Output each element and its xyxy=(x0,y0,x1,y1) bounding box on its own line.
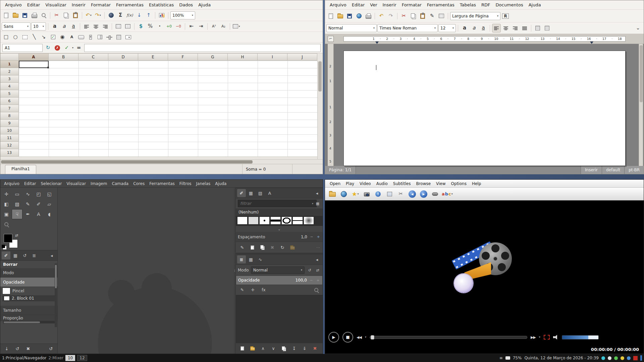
undo-history-tab[interactable]: ↺ xyxy=(20,251,29,259)
smplayer-menu-play[interactable]: Play xyxy=(343,181,357,187)
insert-spinbutton-button[interactable] xyxy=(96,33,104,42)
save-tool-preset-button[interactable]: ↓ xyxy=(3,345,10,353)
formula-input[interactable] xyxy=(84,44,321,52)
horizontal-scrollbar[interactable] xyxy=(0,159,323,164)
undo-dropdown-icon[interactable]: ▾ xyxy=(90,14,92,17)
delete-brush-button[interactable]: ✖ xyxy=(269,244,276,251)
horizontal-ruler[interactable]: 1 · 2 · 3 · 4 · 5 · 6 · 7 · 8 · 9 · 10 ·… xyxy=(343,36,626,42)
subtitles-button[interactable]: abc▾ xyxy=(442,189,453,199)
edit-brush-button[interactable]: ✎ xyxy=(238,244,246,251)
rewind-dropdown-icon[interactable]: ▾ xyxy=(365,336,366,339)
merge-down-button[interactable]: ⇓ xyxy=(301,345,308,352)
document-page[interactable] xyxy=(343,51,626,166)
brush-item[interactable] xyxy=(281,217,292,225)
gimp-menu-filtros[interactable]: Filtros xyxy=(177,181,194,187)
autosum-button[interactable]: Σ xyxy=(116,11,125,20)
zoom-select[interactable]: Largura de Página▾ xyxy=(450,12,500,20)
merge-cells-button[interactable] xyxy=(114,22,123,31)
cells-grid[interactable] xyxy=(19,61,317,157)
draw-rectangle-button[interactable]: □ xyxy=(2,33,10,42)
zoom-tool-button[interactable] xyxy=(1,219,12,229)
brush-item[interactable] xyxy=(248,217,259,225)
next-track-button[interactable]: ▶ xyxy=(419,189,428,199)
bold-button[interactable]: a xyxy=(460,24,469,33)
gradient-tool-button[interactable]: ▧ xyxy=(12,199,22,209)
channels-tab[interactable]: ▦ xyxy=(247,255,255,263)
gnumeric-menu-inserir[interactable]: Inserir xyxy=(69,1,88,8)
abiword-menu-ver[interactable]: Ver xyxy=(367,1,380,8)
paste-button[interactable] xyxy=(71,11,80,20)
video-display-area[interactable] xyxy=(325,200,644,329)
tray-icon[interactable] xyxy=(608,356,611,360)
layer-effects-button[interactable]: fx xyxy=(260,286,267,294)
paste-button[interactable] xyxy=(418,12,427,20)
column-header-h[interactable]: H xyxy=(228,53,258,61)
gimp-menu-ferramentas[interactable]: Ferramentas xyxy=(147,181,177,187)
brush-grid[interactable] xyxy=(236,216,323,226)
format-painter-button[interactable]: ✎ xyxy=(428,12,436,20)
taskbar-window-mixer[interactable]: 2:Mixer xyxy=(49,356,63,360)
brushes-tab[interactable]: ✐ xyxy=(237,189,246,197)
workspace-10[interactable]: 10 xyxy=(65,355,75,361)
insert-list-button[interactable] xyxy=(114,33,123,42)
duplicate-brush-button[interactable] xyxy=(259,244,266,251)
open-document-button[interactable] xyxy=(336,12,344,20)
accept-entry-button[interactable]: ✓ xyxy=(63,44,71,52)
print-button[interactable] xyxy=(30,11,39,20)
opacity-decrease-button[interactable]: − xyxy=(309,278,314,283)
insert-function-button[interactable]: ƒ(x) xyxy=(125,11,134,20)
brush-item[interactable] xyxy=(292,217,303,225)
style-select[interactable]: Normal▾ xyxy=(326,24,377,32)
decrease-indent-button[interactable]: ⇤ xyxy=(187,22,196,31)
smplayer-menu-browse[interactable]: Browse xyxy=(413,181,433,187)
keyboard-layout-icon[interactable] xyxy=(505,356,510,360)
seek-slider[interactable] xyxy=(370,336,527,339)
taskbar-window-principal[interactable]: 1:Principal/Navegador xyxy=(2,356,47,360)
font-name-select[interactable]: Sans▾ xyxy=(2,22,31,31)
hyperlink-button[interactable] xyxy=(107,11,115,20)
font-size-select[interactable]: 10▾ xyxy=(31,22,46,31)
row-header-2[interactable]: 2 xyxy=(0,68,19,75)
smudge-tool-button[interactable]: ☟ xyxy=(12,209,22,219)
column-header-j[interactable]: J xyxy=(287,53,317,61)
layers-list[interactable] xyxy=(236,295,323,343)
cut-button[interactable]: ✂ xyxy=(399,12,408,20)
subtitles-dropdown-icon[interactable]: ▾ xyxy=(451,193,453,195)
font-size-select[interactable]: 12▾ xyxy=(438,24,456,32)
zoom-select[interactable]: 100%▾ xyxy=(170,11,195,19)
row-header-10[interactable]: 10 xyxy=(0,127,19,134)
eraser-tool-button[interactable]: ▱ xyxy=(44,199,55,209)
underline-button[interactable]: a xyxy=(69,22,78,31)
favorites-button[interactable]: ★▾ xyxy=(351,189,360,199)
brush-item[interactable] xyxy=(237,217,248,225)
row-header-6[interactable]: 6 xyxy=(0,98,19,105)
duplicate-layer-button[interactable] xyxy=(280,345,287,352)
equals-button[interactable]: = xyxy=(75,44,83,52)
insert-chart-button[interactable] xyxy=(157,11,166,20)
layer-mode-select[interactable]: Normal▾ xyxy=(251,266,305,274)
clone-tool-button[interactable]: ▣ xyxy=(1,209,12,219)
transform-tool-button[interactable]: ◰ xyxy=(33,189,44,199)
dock-drag-handle[interactable]: ⋯ xyxy=(316,245,320,250)
dock-menu-button[interactable]: ◂ xyxy=(313,189,321,197)
gnumeric-menu-formatar[interactable]: Formatar xyxy=(88,1,113,8)
raise-layer-button[interactable]: ∧ xyxy=(259,345,267,352)
align-left-button[interactable] xyxy=(82,22,91,31)
new-layer-button[interactable] xyxy=(238,345,246,352)
rdf-editor-button[interactable]: R xyxy=(501,12,510,20)
patterns-tab[interactable]: ▦ xyxy=(247,189,255,197)
stop-button[interactable]: ■ xyxy=(342,332,353,343)
tray-icon[interactable] xyxy=(627,356,631,360)
right-margin-marker[interactable] xyxy=(590,42,593,44)
screenshot-button[interactable] xyxy=(362,189,371,199)
column-header-f[interactable]: F xyxy=(168,53,198,61)
preferences-button[interactable]: ✂ xyxy=(396,189,406,199)
workspace-12[interactable]: 12 xyxy=(77,355,87,361)
align-left-button[interactable] xyxy=(492,24,501,33)
tool-aspect-slider[interactable]: Proporção xyxy=(0,315,57,321)
tool-options-vscrollbar-thumb[interactable] xyxy=(55,265,57,288)
abiword-menu-editar[interactable]: Editar xyxy=(349,1,368,8)
new-document-button[interactable] xyxy=(326,12,335,20)
layers-tab[interactable]: ≣ xyxy=(237,255,246,263)
move-tool-button[interactable]: ✛ xyxy=(1,189,12,199)
